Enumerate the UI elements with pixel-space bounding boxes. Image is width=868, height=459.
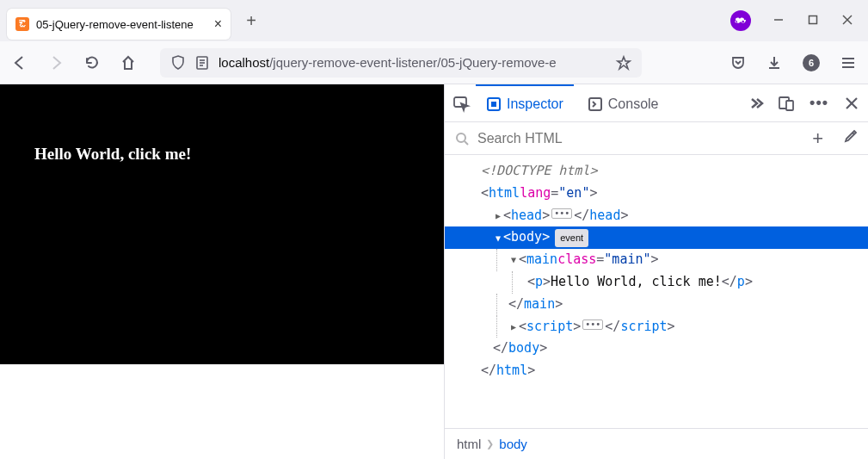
kebab-menu-icon[interactable]: ••• [810, 94, 828, 112]
html-tree[interactable]: <!DOCTYPE html> <html lang="en"> ▶ <head… [445, 155, 868, 428]
tree-paragraph[interactable]: <p>Hello World, click me!</p> [445, 271, 868, 294]
notification-badge[interactable]: 6 [803, 54, 820, 71]
url-bar[interactable]: localhost/jquery-remove-event-listener/0… [160, 48, 642, 78]
tab-console-label: Console [608, 96, 659, 112]
chevron-right-icon: ❯ [486, 438, 494, 450]
app-menu-icon[interactable] [840, 55, 856, 71]
tree-main-close[interactable]: </main> [445, 294, 868, 316]
forward-button[interactable] [48, 55, 64, 71]
responsive-mode-icon[interactable] [779, 96, 794, 111]
html-search-bar: + [445, 122, 868, 155]
crumb-html[interactable]: html [457, 437, 481, 451]
tree-main-open[interactable]: ▼ <main class="main"> [445, 249, 868, 271]
hello-paragraph[interactable]: Hello World, click me! [34, 145, 409, 164]
search-icon [455, 132, 469, 146]
tree-body-close[interactable]: </body> [445, 338, 868, 360]
tab-inspector-label: Inspector [507, 96, 563, 112]
svg-rect-1 [810, 16, 817, 24]
home-button[interactable] [120, 55, 136, 71]
crumb-body[interactable]: body [499, 437, 527, 451]
tree-script[interactable]: ▶ <script>••• </script> [445, 316, 868, 338]
new-tab-button[interactable]: + [237, 11, 265, 31]
close-window-button[interactable] [840, 14, 854, 28]
svg-point-19 [457, 133, 465, 142]
browser-tab[interactable]: ఔ 05-jQuery-remove-event-listene × [7, 9, 231, 40]
tree-html-open[interactable]: <html lang="en"> [445, 183, 868, 205]
downloads-icon[interactable] [766, 55, 782, 71]
url-text: localhost/jquery-remove-event-listener/0… [219, 55, 607, 70]
site-info-icon[interactable] [194, 55, 210, 71]
shield-icon[interactable] [170, 55, 186, 71]
nav-toolbar: localhost/jquery-remove-event-listener/0… [0, 41, 868, 84]
tab-inspector[interactable]: Inspector [476, 84, 574, 122]
tree-html-close[interactable]: </html> [445, 360, 868, 382]
tab-title: 05-jQuery-remove-event-listene [36, 18, 207, 31]
tab-bar: ఔ 05-jQuery-remove-event-listene × + [0, 0, 868, 41]
back-button[interactable] [12, 55, 28, 71]
bookmark-star-icon[interactable] [616, 55, 631, 71]
event-badge[interactable]: event [555, 229, 588, 247]
maximize-button[interactable] [806, 14, 820, 28]
reload-button[interactable] [84, 55, 100, 71]
private-browsing-icon [730, 10, 751, 31]
tab-console[interactable]: Console [577, 84, 669, 122]
close-tab-icon[interactable]: × [214, 16, 222, 32]
tree-doctype[interactable]: <!DOCTYPE html> [445, 160, 868, 183]
xampp-favicon-icon: ఔ [15, 17, 29, 31]
more-tabs-icon[interactable] [748, 96, 763, 111]
svg-rect-16 [786, 101, 793, 110]
devtools-tabbar: Inspector Console ••• [445, 84, 868, 122]
page-body[interactable]: Hello World, click me! [0, 84, 444, 364]
minimize-button[interactable] [772, 14, 785, 28]
breadcrumb-bar: html ❯ body [445, 428, 868, 459]
tree-body-open[interactable]: ▼ <body>event [445, 226, 868, 249]
pocket-icon[interactable] [730, 55, 746, 71]
tree-head[interactable]: ▶ <head>••• </head> [445, 205, 868, 227]
eyedropper-icon[interactable] [842, 129, 858, 147]
page-viewport: Hello World, click me! [0, 84, 444, 459]
add-node-icon[interactable]: + [812, 127, 823, 150]
devtools-panel: Inspector Console ••• + <!DOCT [444, 84, 868, 459]
window-controls [772, 14, 854, 28]
svg-rect-13 [491, 102, 496, 107]
svg-line-20 [465, 141, 468, 145]
content-split: Hello World, click me! Inspector Console… [0, 84, 868, 459]
html-search-input[interactable] [476, 130, 805, 147]
close-devtools-icon[interactable] [844, 96, 859, 111]
element-picker-icon[interactable] [453, 96, 469, 111]
